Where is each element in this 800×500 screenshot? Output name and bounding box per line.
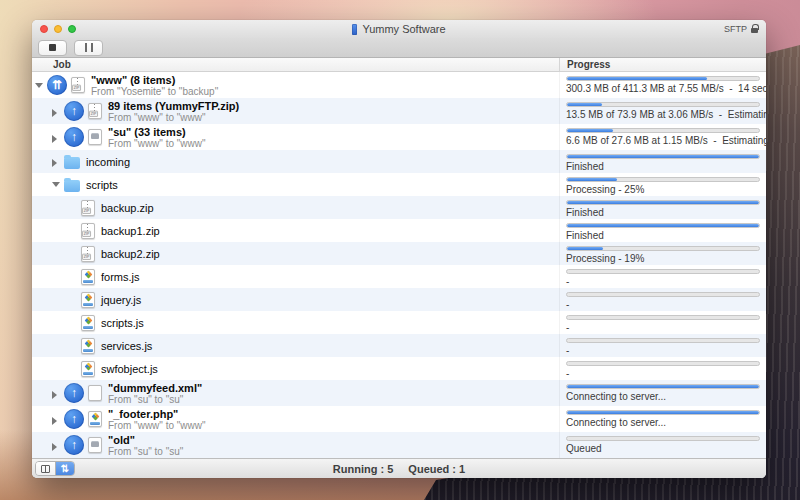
toolbar — [32, 38, 766, 58]
progress-cell: Queued — [559, 432, 766, 458]
job-row[interactable]: ↑ 89 items (YummyFTP.zip) From "www" to … — [32, 98, 766, 124]
progress-cell: Finished — [559, 196, 766, 219]
zip-file-icon — [88, 103, 102, 119]
job-name: backup.zip — [101, 202, 154, 214]
progress-status-text: Connecting to server... — [566, 417, 766, 428]
job-row[interactable]: ↑ "_footer.php" From "www" to "www" Conn… — [32, 406, 766, 432]
minimize-window-button[interactable] — [54, 25, 62, 33]
job-row[interactable]: scripts.js - — [32, 311, 766, 334]
stop-button[interactable] — [38, 40, 67, 56]
progress-bar — [566, 200, 760, 205]
job-cell: ↑ "dummyfeed.xml" From "su" to "su" — [32, 380, 559, 406]
progress-bar-fill — [567, 178, 617, 181]
job-detail: From "www" to "www" — [108, 420, 206, 431]
job-column-header[interactable]: Job — [32, 59, 559, 70]
progress-cell: Finished — [559, 150, 766, 173]
job-row[interactable]: ↑ "old" From "su" to "su" Queued — [32, 432, 766, 458]
progress-status-text: - — [566, 345, 766, 356]
disclosure-triangle-icon[interactable] — [51, 157, 60, 166]
job-row[interactable]: ↑ "su" (33 items) From "www" to "www" 6.… — [32, 124, 766, 150]
job-text: services.js — [99, 340, 152, 352]
progress-bar — [566, 292, 760, 297]
title-wrap: Yummy Software — [352, 23, 445, 35]
job-cell: backup1.zip — [32, 219, 559, 242]
progress-cell: Processing - 19% — [559, 242, 766, 265]
job-cell: scripts — [32, 173, 559, 196]
progress-cell: 6.6 MB of 27.6 MB at 1.15 MB/s - Estimat… — [559, 124, 766, 150]
traffic-lights — [40, 25, 76, 33]
progress-bar — [566, 154, 760, 159]
script-file-icon — [81, 269, 95, 285]
job-detail: From "su" to "su" — [108, 394, 202, 405]
job-name: backup2.zip — [101, 248, 160, 260]
progress-status-text: Processing - 25% — [566, 184, 766, 195]
zoom-window-button[interactable] — [68, 25, 76, 33]
job-cell: ↑ "su" (33 items) From "www" to "www" — [32, 124, 559, 150]
job-detail: From "Yosemite" to "backup" — [91, 86, 218, 97]
document-file-icon — [88, 385, 102, 401]
disclosure-triangle-icon[interactable] — [51, 415, 60, 424]
progress-bar — [566, 361, 760, 366]
progress-bar-fill — [567, 385, 759, 388]
upload-badge-icon: ↑ — [64, 127, 84, 147]
progress-cell: - — [559, 265, 766, 288]
job-row[interactable]: services.js - — [32, 334, 766, 357]
progress-bar — [566, 315, 760, 320]
progress-cell: - — [559, 357, 766, 380]
window-title: Yummy Software — [362, 23, 445, 35]
job-cell: ↑ "old" From "su" to "su" — [32, 432, 559, 458]
progress-column-header[interactable]: Progress — [559, 58, 766, 71]
job-name: 89 items (YummyFTP.zip) — [108, 100, 239, 112]
disclosure-triangle-icon[interactable] — [51, 180, 60, 189]
progress-bar-fill — [567, 77, 707, 80]
job-row[interactable]: swfobject.js - — [32, 357, 766, 380]
job-text: backup.zip — [99, 202, 154, 214]
progress-cell: Processing - 25% — [559, 173, 766, 196]
job-name: scripts — [86, 179, 118, 191]
progress-cell: 300.3 MB of 411.3 MB at 7.55 MB/s - 14 s… — [559, 72, 766, 98]
progress-bar — [566, 177, 760, 182]
progress-status-text: Connecting to server... — [566, 391, 766, 402]
pause-button[interactable] — [74, 40, 103, 56]
job-row[interactable]: backup.zip Finished — [32, 196, 766, 219]
job-text: incoming — [84, 156, 130, 168]
progress-status-text: Processing - 19% — [566, 253, 766, 264]
stop-icon — [49, 44, 56, 51]
job-row[interactable]: ⇈ "www" (8 items) From "Yosemite" to "ba… — [32, 72, 766, 98]
disclosure-triangle-icon[interactable] — [51, 133, 60, 142]
job-row[interactable]: jquery.js - — [32, 288, 766, 311]
job-detail: From "su" to "su" — [108, 446, 183, 457]
disclosure-triangle-icon[interactable] — [51, 107, 60, 116]
job-cell: swfobject.js — [32, 357, 559, 380]
job-cell: scripts.js — [32, 311, 559, 334]
progress-bar — [566, 76, 760, 81]
close-window-button[interactable] — [40, 25, 48, 33]
script-file-icon — [81, 292, 95, 308]
disclosure-triangle-icon[interactable] — [51, 441, 60, 450]
job-cell: backup2.zip — [32, 242, 559, 265]
disclosure-triangle-icon[interactable] — [51, 389, 60, 398]
disclosure-triangle-icon[interactable] — [34, 81, 43, 90]
job-row[interactable]: incoming Finished — [32, 150, 766, 173]
job-text: "su" (33 items) From "www" to "www" — [106, 126, 206, 149]
folder-icon — [64, 157, 80, 169]
job-row[interactable]: backup2.zip Processing - 19% — [32, 242, 766, 265]
upload-badge-icon: ↑ — [64, 409, 84, 429]
job-row[interactable]: forms.js - — [32, 265, 766, 288]
progress-cell: Finished — [559, 219, 766, 242]
job-text: forms.js — [99, 271, 140, 283]
job-row[interactable]: scripts Processing - 25% — [32, 173, 766, 196]
php-file-icon — [88, 411, 102, 427]
job-row[interactable]: ↑ "dummyfeed.xml" From "su" to "su" Conn… — [32, 380, 766, 406]
zip-file-icon — [81, 223, 95, 239]
zip-file-icon — [71, 77, 85, 93]
status-text: Running : 5 Queued : 1 — [32, 463, 766, 475]
progress-bar-fill — [567, 129, 613, 132]
job-name: "_footer.php" — [108, 408, 206, 420]
job-text: backup2.zip — [99, 248, 160, 260]
progress-status-text: 6.6 MB of 27.6 MB at 1.15 MB/s - Estimat… — [566, 135, 766, 146]
script-file-icon — [81, 338, 95, 354]
job-row[interactable]: backup1.zip Finished — [32, 219, 766, 242]
protocol-label: SFTP — [724, 24, 747, 34]
upload-badge-icon: ↑ — [64, 435, 84, 455]
